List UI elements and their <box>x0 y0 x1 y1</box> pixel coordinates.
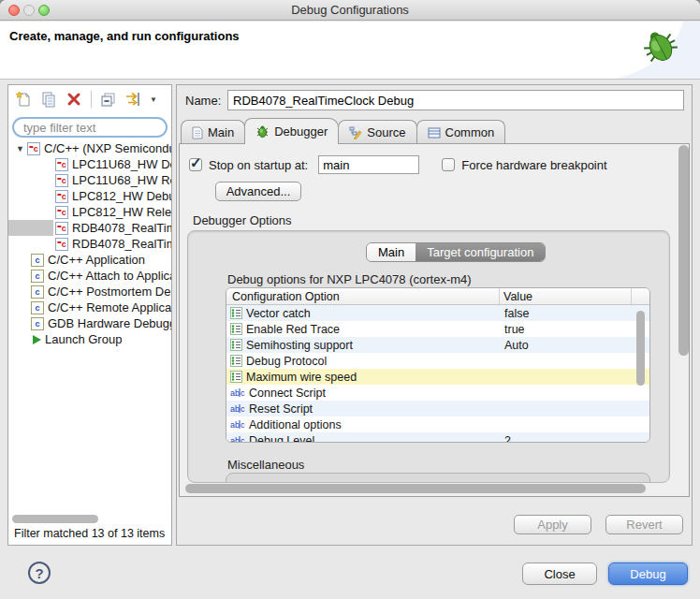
debug-button[interactable]: Debug <box>608 562 688 585</box>
filter-status-text: Filter matched 13 of 13 items <box>14 527 165 540</box>
tree-item-selected[interactable]: ⁼c RDB4078_RealTimeCl <box>8 220 171 236</box>
advanced-button[interactable]: Advanced... <box>215 182 301 201</box>
cpp-nxp-launch-icon: ⁼c <box>55 158 68 171</box>
revert-button[interactable]: Revert <box>605 515 683 534</box>
enum-option-icon <box>230 307 242 319</box>
table-row[interactable]: abc Additional options <box>226 416 649 432</box>
apply-button[interactable]: Apply <box>514 515 591 534</box>
tab-content-vertical-scrollbar[interactable] <box>678 145 689 356</box>
table-header: Configuration Option Value <box>226 288 649 305</box>
column-configuration-option[interactable]: Configuration Option <box>226 288 500 304</box>
segment-main[interactable]: Main <box>367 243 416 261</box>
filter-configurations-icon[interactable] <box>124 89 144 110</box>
tree-item[interactable]: ⁼c RDB4078_RealTimeCl <box>8 236 171 252</box>
table-row-clipped[interactable]: abc Debug Level 2 <box>226 432 649 443</box>
tree-item[interactable]: c GDB Hardware Debuggin <box>8 315 171 331</box>
svg-text:c: c <box>241 404 245 414</box>
launch-group-icon <box>33 335 41 344</box>
enum-option-icon <box>230 339 242 351</box>
force-hw-breakpoint-checkbox[interactable] <box>442 158 455 171</box>
duplicate-configuration-icon[interactable] <box>38 89 59 110</box>
column-value[interactable]: Value <box>500 288 632 304</box>
table-row[interactable]: Enable Red Trace true <box>226 321 649 337</box>
tree-item[interactable]: ⁼c LPC11U68_HW Debug <box>8 156 171 172</box>
tree-item[interactable]: ⁼c LPC11U68_HW Releas <box>8 172 171 188</box>
tab-bar: Main Debugger <box>181 118 504 144</box>
tree-item[interactable]: c C/C++ Postmortem Deb <box>8 284 171 300</box>
title-bar[interactable]: Debug Configurations <box>0 0 700 21</box>
tree-item[interactable]: c C/C++ Remote Applicat <box>8 300 171 315</box>
text-option-icon: abc <box>230 419 245 430</box>
collapse-all-icon[interactable] <box>98 89 119 110</box>
debug-options-title: Debug options for NXP LPC4078 (cortex-m4… <box>227 272 472 286</box>
table-icon <box>428 127 441 139</box>
table-row-highlighted[interactable]: Maximum wire speed <box>226 369 649 385</box>
tree-item[interactable]: c C/C++ Attach to Applica <box>8 268 171 284</box>
segment-target-configuration[interactable]: Target configuration <box>416 243 545 261</box>
delete-configuration-icon[interactable] <box>64 89 84 110</box>
enum-option-icon <box>230 371 242 383</box>
text-option-icon: abc <box>230 387 245 398</box>
cpp-app-icon: c <box>31 270 44 283</box>
debug-options-table: Configuration Option Value Vector catch … <box>226 287 650 443</box>
tab-source[interactable]: Source <box>338 120 416 144</box>
enum-option-icon <box>230 323 242 335</box>
configurations-sidebar: ▼ ▼ ⁼c C/C++ (NXP Semicondu ⁼c LPC11U68_… <box>7 84 172 546</box>
bug-icon <box>255 124 270 139</box>
document-icon <box>192 126 203 139</box>
tab-debugger[interactable]: Debugger <box>244 118 339 144</box>
debugger-options-group: Main Target configuration Debug options … <box>187 230 670 483</box>
table-vertical-scrollbar[interactable] <box>636 311 645 386</box>
force-hw-breakpoint-label: Force hardware breakpoint <box>461 158 606 172</box>
tree-item[interactable]: c C/C++ Application <box>8 252 171 268</box>
cpp-nxp-launch-icon: ⁼c <box>55 238 68 251</box>
cpp-app-icon: c <box>31 301 44 314</box>
tab-common[interactable]: Common <box>416 120 506 144</box>
chevron-expanded-icon[interactable]: ▼ <box>16 144 27 153</box>
tree-item-cpp-nxp[interactable]: ▼ ⁼c C/C++ (NXP Semicondu <box>8 140 171 156</box>
table-row[interactable]: abc Reset Script <box>226 401 649 416</box>
cpp-app-icon: c <box>31 285 44 299</box>
configurations-tree: ▼ ⁼c C/C++ (NXP Semicondu ⁼c LPC11U68_HW… <box>8 140 171 509</box>
stop-symbol-input[interactable] <box>318 155 419 174</box>
svg-text:ab: ab <box>230 420 240 430</box>
svg-text:ab: ab <box>230 388 240 398</box>
cpp-nxp-launch-icon: ⁼c <box>27 142 40 155</box>
stop-on-startup-label: Stop on startup at: <box>209 158 308 172</box>
table-row[interactable]: Semihosting support Auto <box>226 337 649 353</box>
filter-input[interactable] <box>12 117 168 138</box>
sidebar-horizontal-scrollbar[interactable] <box>12 515 98 523</box>
table-row[interactable]: abc Connect Script <box>226 385 649 401</box>
cpp-app-icon: c <box>31 317 44 330</box>
svg-text:c: c <box>241 388 245 398</box>
cpp-nxp-launch-icon: ⁼c <box>55 174 68 187</box>
tree-item-launch-group[interactable]: Launch Group <box>8 331 171 347</box>
miscellaneous-label: Miscellaneous <box>227 458 304 472</box>
toolbar-separator <box>91 91 92 108</box>
new-configuration-icon[interactable] <box>13 89 34 110</box>
filter-menu-arrow-icon[interactable]: ▼ <box>150 95 157 104</box>
stop-on-startup-checkbox[interactable] <box>189 158 202 171</box>
help-button[interactable]: ? <box>28 562 51 584</box>
text-option-icon: abc <box>230 435 245 443</box>
svg-text:ab: ab <box>230 404 240 414</box>
debug-bug-icon <box>578 22 700 79</box>
tab-main[interactable]: Main <box>181 120 245 144</box>
name-label: Name: <box>185 94 221 108</box>
source-lookup-icon <box>349 126 362 139</box>
tab-content-horizontal-scrollbar[interactable] <box>185 484 646 493</box>
name-input[interactable] <box>227 90 684 110</box>
tree-item[interactable]: ⁼c LPC812_HW Debug <box>8 188 171 204</box>
enum-option-icon <box>230 355 242 367</box>
table-row[interactable]: Debug Protocol <box>226 353 649 369</box>
miscellaneous-group <box>226 473 650 483</box>
cpp-nxp-launch-icon: ⁼c <box>55 190 68 203</box>
close-button[interactable]: Close <box>522 562 597 585</box>
options-segmented-control: Main Target configuration <box>366 242 546 262</box>
debugger-options-label: Debugger Options <box>193 213 292 227</box>
tree-item[interactable]: ⁼c LPC812_HW Release <box>8 204 171 220</box>
window-title: Debug Configurations <box>0 3 700 17</box>
table-row[interactable]: Vector catch false <box>226 305 649 321</box>
debugger-tab-content: Stop on startup at: Force hardware break… <box>179 143 690 497</box>
cpp-app-icon: c <box>31 254 44 267</box>
